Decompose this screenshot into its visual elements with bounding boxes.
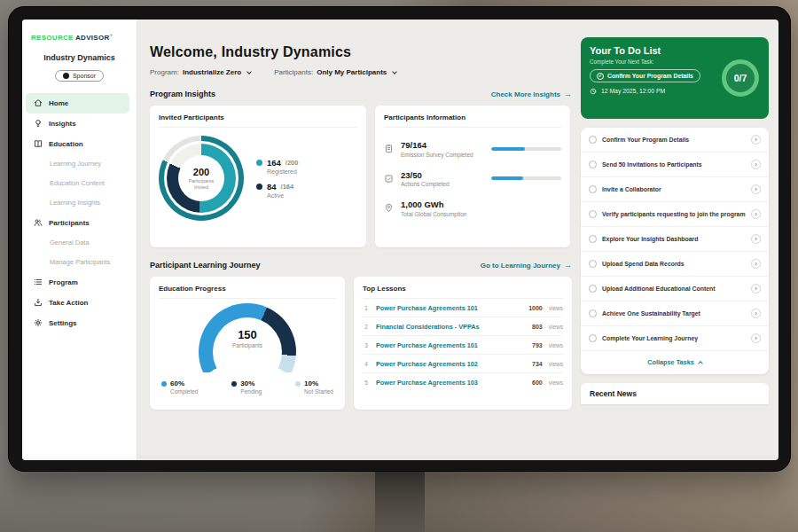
task-checkbox[interactable]: [589, 136, 597, 144]
task-checkbox[interactable]: [589, 185, 597, 193]
lesson-link[interactable]: Power Purchase Agreements 101: [376, 341, 526, 349]
chevron-right-icon[interactable]: ›: [751, 209, 761, 219]
lesson-views-suffix: views: [549, 379, 563, 386]
task-label: Verify participants requesting to join t…: [602, 210, 746, 218]
info-rows: 79/164Emission Survey Completed23/50Acti…: [384, 140, 561, 217]
program-filter[interactable]: Program: Industrialize Zero: [150, 68, 251, 76]
lesson-link[interactable]: Financial Considerations - VPPAs: [376, 323, 526, 331]
chevron-right-icon[interactable]: ›: [751, 333, 761, 343]
todo-progress-ring: 0/7: [722, 59, 759, 97]
task-checkbox[interactable]: [589, 309, 597, 317]
chevron-right-icon[interactable]: ›: [751, 184, 761, 194]
education-progress-card: Education Progress 150 Participants: [150, 277, 345, 410]
lesson-row: 2Financial Considerations - VPPAs803view…: [363, 317, 563, 336]
lesson-link[interactable]: Power Purchase Agreements 101: [376, 304, 522, 312]
insights-cards-row: Invited Participants 200 Participants In…: [150, 106, 572, 247]
consumption-icon: [384, 203, 395, 214]
task-checkbox[interactable]: [589, 210, 597, 218]
lesson-link[interactable]: Power Purchase Agreements 102: [376, 360, 526, 368]
page-title: Welcome, Industry Dynamics: [150, 44, 572, 60]
task-row[interactable]: Achieve One Sustainability Target›: [581, 301, 769, 326]
task-label: Upload Spend Data Records: [602, 260, 746, 268]
chevron-right-icon[interactable]: ›: [751, 234, 761, 244]
task-checkbox[interactable]: [589, 235, 597, 243]
todo-title: Your To Do List: [590, 45, 760, 56]
dashboard-screen: RESOURCE ADVISOR+ Industry Dynamics Spon…: [22, 20, 778, 460]
progress-bar: [491, 176, 561, 180]
task-label: Complete Your Learning Journey: [602, 334, 746, 342]
info-value: 23/50: [401, 170, 485, 180]
go-to-learning-journey-link[interactable]: Go to Learning Journey→: [481, 261, 572, 270]
legend-total: /200: [286, 159, 299, 167]
program-icon: [33, 278, 43, 287]
legend-dot: [295, 381, 301, 387]
legend-label: Pending: [240, 388, 262, 395]
sidebar-item-insights[interactable]: Insights: [22, 113, 137, 134]
lesson-link[interactable]: Power Purchase Agreements 103: [376, 379, 526, 387]
arrow-right-icon: →: [564, 261, 572, 270]
logo-primary-text: RESOURCE: [31, 34, 74, 42]
chevron-right-icon[interactable]: ›: [751, 284, 761, 293]
legend-dot: [231, 381, 237, 387]
sidebar-item-education-content[interactable]: Education Content: [22, 174, 137, 193]
chevron-right-icon[interactable]: ›: [751, 160, 761, 169]
legend-percent: 60%: [170, 379, 184, 387]
sidebar-item-learning-insights[interactable]: Learning Insights: [22, 193, 137, 213]
sponsor-badge[interactable]: Sponsor: [55, 70, 104, 82]
legend-total: /164: [281, 183, 294, 191]
sidebar-item-participants[interactable]: Participants: [22, 213, 137, 233]
task-row[interactable]: Explore Your Insights Dashboard›: [581, 227, 769, 252]
task-row[interactable]: Confirm Your Program Details›: [581, 128, 769, 153]
legend-entry: 84/164Active: [256, 182, 298, 199]
task-checkbox[interactable]: [589, 285, 597, 293]
sidebar-item-program[interactable]: Program: [22, 272, 137, 293]
chevron-right-icon[interactable]: ›: [751, 309, 761, 318]
check-more-insights-link[interactable]: Check More Insights→: [491, 90, 572, 98]
program-insights-title: Program Insights: [150, 90, 215, 98]
check-icon: ✓: [597, 73, 604, 80]
sidebar-item-settings[interactable]: Settings: [22, 313, 137, 333]
education-icon: [33, 139, 43, 149]
task-row[interactable]: Complete Your Learning Journey›: [581, 326, 769, 351]
task-checkbox[interactable]: [589, 260, 597, 268]
filters-row: Program: Industrialize Zero Participants…: [150, 68, 572, 76]
sidebar-item-education[interactable]: Education: [22, 134, 137, 154]
chevron-right-icon[interactable]: ›: [751, 135, 761, 145]
sidebar-item-learning-journey[interactable]: Learning Journey: [22, 154, 137, 174]
next-task-pill[interactable]: ✓ Confirm Your Program Details: [590, 69, 700, 82]
task-row[interactable]: Upload Spend Data Records›: [581, 252, 769, 277]
task-checkbox[interactable]: [589, 160, 597, 168]
sidebar-item-take-action[interactable]: Take Action: [22, 293, 137, 313]
invited-participants-card: Invited Participants 200 Participants In…: [150, 106, 366, 247]
legend-entry: 164/200Registered: [256, 158, 298, 175]
task-row[interactable]: Verify participants requesting to join t…: [581, 202, 769, 227]
survey-icon: [384, 144, 395, 154]
task-checkbox[interactable]: [589, 334, 597, 342]
task-row[interactable]: Upload Additional Educational Content›: [581, 277, 769, 301]
participants-filter[interactable]: Participants: Only My Participants: [274, 68, 396, 76]
sidebar-item-home[interactable]: Home: [26, 93, 129, 113]
sidebar-item-manage-participants[interactable]: Manage Participants: [22, 253, 137, 272]
legend-label: Not Started: [304, 388, 333, 395]
donut-legend: 164/200Registered84/164Active: [256, 151, 298, 206]
legend-dot: [256, 160, 262, 166]
task-label: Send 50 Invitations to Participants: [602, 160, 746, 168]
sidebar-item-label: Insights: [49, 120, 76, 128]
task-label: Explore Your Insights Dashboard: [602, 235, 746, 243]
progress-fill: [491, 176, 523, 180]
info-row: 1,000 GWhTotal Global Consumption: [384, 200, 561, 217]
task-row[interactable]: Send 50 Invitations to Participants›: [581, 153, 769, 177]
sidebar-item-label: Education Content: [50, 179, 105, 187]
chevron-up-icon: [698, 361, 703, 366]
gauge-legend-entry: 30%Pending: [231, 379, 262, 395]
learning-journey-title: Participant Learning Journey: [150, 261, 261, 270]
sidebar-item-label: Education: [49, 140, 83, 148]
sponsor-label: Sponsor: [73, 73, 96, 79]
chevron-down-icon: [392, 69, 397, 74]
sidebar: RESOURCE ADVISOR+ Industry Dynamics Spon…: [22, 20, 137, 460]
chevron-right-icon[interactable]: ›: [751, 259, 761, 269]
lesson-rank: 3: [363, 342, 370, 348]
collapse-tasks-button[interactable]: Collapse Tasks: [581, 351, 769, 374]
task-row[interactable]: Invite a Collaborator›: [581, 177, 769, 202]
sidebar-item-general-data[interactable]: General Data: [22, 233, 137, 253]
